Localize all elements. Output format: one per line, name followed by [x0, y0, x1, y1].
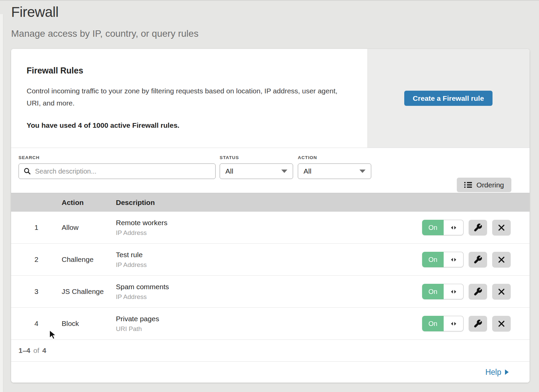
table-row: 1 Allow Remote workers IP Address On	[11, 212, 530, 244]
pagination-of: of	[33, 346, 39, 355]
chevron-down-icon	[359, 170, 366, 173]
rule-match-type: IP Address	[116, 293, 422, 301]
status-label: STATUS	[220, 155, 293, 160]
rule-controls: On	[422, 316, 530, 332]
delete-rule-button[interactable]	[492, 252, 511, 268]
action-label: ACTION	[298, 155, 371, 160]
toggle-knob-left-right-arrows-icon[interactable]	[444, 284, 464, 299]
create-rule-panel: Create a Firewall rule	[367, 49, 530, 148]
search-icon	[24, 168, 31, 175]
status-select[interactable]: All	[220, 163, 293, 179]
x-icon	[498, 256, 505, 263]
edit-rule-button[interactable]	[469, 316, 487, 332]
ordering-button[interactable]: Ordering	[457, 178, 511, 192]
filter-bar: SEARCH STATUS All ACTION All	[11, 148, 530, 193]
search-label: SEARCH	[19, 155, 216, 160]
rule-description-cell: Private pages URI Path	[116, 315, 422, 333]
rule-enabled-toggle[interactable]: On	[422, 284, 464, 299]
rule-description: Remote workers	[116, 219, 422, 227]
rule-description-cell: Spam comments IP Address	[116, 283, 422, 301]
rule-enabled-toggle[interactable]: On	[422, 220, 464, 235]
chevron-down-icon	[281, 170, 287, 173]
rule-priority: 1	[11, 223, 62, 232]
status-selected-value: All	[225, 167, 233, 175]
toggle-on-label: On	[422, 220, 444, 235]
rule-action: Challenge	[62, 255, 116, 264]
firewall-rules-card: Firewall Rules Control incoming traffic …	[11, 49, 530, 383]
page-subtitle: Manage access by IP, country, or query r…	[11, 28, 539, 39]
usage-summary: You have used 4 of 1000 active Firewall …	[27, 121, 347, 129]
wrench-icon	[473, 255, 482, 264]
section-description: Control incoming traffic to your zone by…	[27, 85, 347, 109]
rule-controls: On	[422, 220, 530, 236]
edit-rule-button[interactable]	[469, 220, 487, 236]
table-row: 3 JS Challenge Spam comments IP Address …	[11, 276, 530, 308]
delete-rule-button[interactable]	[492, 220, 511, 236]
table-header: Action Description	[11, 193, 530, 212]
action-select[interactable]: All	[298, 163, 371, 179]
rule-priority: 2	[11, 255, 62, 264]
right-triangle-icon	[505, 369, 509, 375]
rule-description: Private pages	[116, 315, 422, 323]
toggle-knob-left-right-arrows-icon[interactable]	[444, 252, 464, 267]
description-column-header: Description	[116, 199, 530, 207]
action-column-header: Action	[62, 199, 116, 207]
edit-rule-button[interactable]	[469, 252, 487, 268]
toggle-knob-left-right-arrows-icon[interactable]	[444, 220, 464, 235]
list-icon	[464, 182, 472, 188]
rule-description-cell: Remote workers IP Address	[116, 219, 422, 237]
rules-list: 1 Allow Remote workers IP Address On	[11, 212, 530, 340]
rule-description: Test rule	[116, 251, 422, 259]
rule-match-type: IP Address	[116, 229, 422, 237]
x-icon	[498, 288, 505, 295]
wrench-icon	[473, 319, 482, 328]
pagination-total: 4	[42, 346, 46, 355]
pagination: 1–4 of 4	[11, 340, 530, 362]
x-icon	[498, 224, 505, 231]
rule-action: JS Challenge	[62, 288, 116, 296]
toggle-on-label: On	[422, 316, 444, 331]
status-filter-group: STATUS All	[220, 155, 293, 193]
search-box[interactable]	[19, 163, 216, 179]
card-footer: Help	[11, 362, 530, 383]
page-header: Firewall Manage access by IP, country, o…	[0, 1, 539, 39]
rule-action: Block	[62, 320, 116, 328]
page-title: Firewall	[11, 4, 539, 20]
action-filter-group: ACTION All	[298, 155, 371, 193]
toggle-on-label: On	[422, 284, 444, 299]
delete-rule-button[interactable]	[492, 316, 511, 332]
action-selected-value: All	[304, 167, 311, 175]
pagination-range: 1–4	[19, 346, 30, 355]
toggle-knob-left-right-arrows-icon[interactable]	[444, 316, 464, 331]
edit-rule-button[interactable]	[469, 284, 487, 300]
toggle-on-label: On	[422, 252, 444, 267]
rule-description: Spam comments	[116, 283, 422, 291]
ordering-button-label: Ordering	[476, 181, 504, 189]
intro-text-block: Firewall Rules Control incoming traffic …	[11, 49, 367, 148]
rule-controls: On	[422, 284, 530, 300]
rule-enabled-toggle[interactable]: On	[422, 252, 464, 267]
wrench-icon	[473, 223, 482, 232]
section-heading: Firewall Rules	[27, 66, 347, 76]
rule-action: Allow	[62, 223, 116, 232]
rule-enabled-toggle[interactable]: On	[422, 316, 464, 331]
rule-match-type: IP Address	[116, 261, 422, 269]
firewall-rules-intro-section: Firewall Rules Control incoming traffic …	[11, 49, 530, 148]
rule-match-type: URI Path	[116, 325, 422, 333]
delete-rule-button[interactable]	[492, 284, 511, 300]
rule-controls: On	[422, 252, 530, 268]
x-icon	[498, 320, 505, 327]
rule-priority: 3	[11, 288, 62, 296]
wrench-icon	[473, 287, 482, 296]
help-link-label: Help	[485, 368, 501, 377]
ordering-wrap: Ordering	[457, 155, 511, 193]
rule-priority: 4	[11, 320, 62, 328]
window-left-edge	[0, 14, 3, 392]
table-row: 4 Block Private pages URI Path On	[11, 308, 530, 340]
create-firewall-rule-button[interactable]: Create a Firewall rule	[404, 91, 492, 106]
table-row: 2 Challenge Test rule IP Address On	[11, 244, 530, 276]
help-link[interactable]: Help	[485, 368, 509, 377]
search-filter-group: SEARCH	[19, 155, 216, 193]
search-input[interactable]	[34, 167, 211, 176]
rule-description-cell: Test rule IP Address	[116, 251, 422, 269]
